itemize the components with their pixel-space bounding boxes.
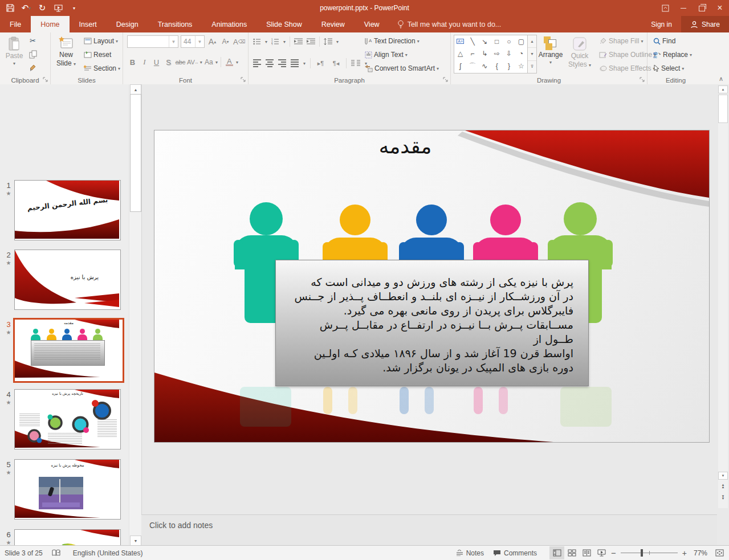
notes-toggle[interactable]: Notes <box>451 546 488 560</box>
copy-icon[interactable] <box>27 48 38 60</box>
drawing-dialog-launcher-icon[interactable] <box>640 77 645 83</box>
editor-scrollbar[interactable]: ▲ ▼ ▲▲ ▼▼ <box>718 85 728 508</box>
quick-styles-button[interactable]: Quick Styles ▾ <box>565 34 594 81</box>
slide-thumbnail-1[interactable]: بسم الله الرحمن الرحیم <box>14 180 121 240</box>
slide-show-button[interactable] <box>594 546 609 559</box>
justify-icon[interactable] <box>291 59 299 67</box>
slide-thumbnail-3-selected[interactable]: مقدمه <box>13 318 124 383</box>
line-spacing-icon[interactable] <box>324 38 332 45</box>
close-icon[interactable]: × <box>711 0 729 16</box>
columns-icon[interactable] <box>351 60 360 67</box>
slide-thumbnail-2[interactable]: پرش با نیزه <box>14 250 121 310</box>
tell-me-box[interactable]: Tell me what you want to do... <box>389 16 510 32</box>
reading-view-button[interactable] <box>579 546 594 559</box>
text-direction-button[interactable]: A Text Direction▾ <box>363 35 441 47</box>
font-size-combo[interactable]: 44▼ <box>181 35 205 48</box>
minimize-icon[interactable] <box>674 0 693 16</box>
notes-placeholder: Click to add notes <box>149 521 213 530</box>
normal-view-button[interactable] <box>549 546 564 559</box>
status-bar: Slide 3 of 25 English (United States) No… <box>0 545 729 560</box>
font-dialog-launcher-icon[interactable] <box>241 77 246 83</box>
collapse-ribbon-icon[interactable]: ∧ <box>719 75 723 83</box>
tab-view[interactable]: View <box>355 16 389 32</box>
spell-check-icon[interactable] <box>47 546 65 560</box>
reset-button[interactable]: Reset <box>82 48 123 61</box>
thumbnail-panel-scrollbar[interactable]: ▲ ▼ <box>129 84 141 546</box>
font-color-button[interactable]: A <box>224 56 235 68</box>
slide-body-textbox[interactable]: پرش با نیزه یکی از رشته های ورزش دو و می… <box>275 260 589 386</box>
start-slideshow-icon[interactable] <box>51 2 65 14</box>
right-to-left-icon[interactable]: ¶◂ <box>331 58 341 69</box>
layout-button[interactable]: Layout▾ <box>82 35 123 47</box>
decrease-indent-icon[interactable] <box>294 38 303 45</box>
slide-thumbnail-6[interactable]: محل فرود <box>14 529 121 546</box>
arrange-button[interactable]: Arrange ▾ <box>537 34 564 81</box>
italic-button[interactable]: I <box>139 56 150 68</box>
bold-button[interactable]: B <box>127 56 138 68</box>
slide-thumbnail-5[interactable]: محوطه پرش با نیزه <box>14 459 121 520</box>
shapes-gallery[interactable]: A≡ ╲ ↘ □ ○ ▢ △ ⌐ ↳ ⇨ ⇩ ◔ ʃ ⌒ ∿ { } ☆ <box>454 35 528 73</box>
title-bar: ↶▾ ↻ ▾ powerpoint.pptx - PowerPoint × <box>0 0 729 16</box>
character-spacing-button[interactable]: AV↔ <box>187 56 199 68</box>
tab-review[interactable]: Review <box>312 16 355 32</box>
tab-home[interactable]: Home <box>31 16 69 32</box>
align-left-icon[interactable] <box>253 59 261 67</box>
increase-indent-icon[interactable] <box>307 38 315 45</box>
underline-button[interactable]: U <box>151 56 162 68</box>
rounded-rectangle-shape-icon: ▢ <box>518 38 524 46</box>
section-button[interactable]: Section▾ <box>82 62 123 75</box>
zoom-level[interactable]: 77% <box>689 546 712 560</box>
bullets-icon[interactable] <box>253 38 261 45</box>
slide-canvas[interactable]: مقدمه <box>154 130 710 443</box>
font-name-combo[interactable]: ▼ <box>127 35 178 48</box>
increase-font-size-icon[interactable]: A▴ <box>207 36 218 47</box>
restore-icon[interactable] <box>693 0 711 16</box>
clipboard-dialog-launcher-icon[interactable] <box>43 77 48 83</box>
arrow-shape-icon: ↘ <box>482 38 487 46</box>
notes-pane[interactable]: Click to add notes <box>141 514 717 546</box>
slide-thumbnail-4[interactable]: تاریخچه پرش با نیزه <box>14 389 121 449</box>
cut-icon[interactable]: ✂ <box>27 35 38 46</box>
undo-icon[interactable]: ↶▾ <box>19 2 33 14</box>
new-slide-button[interactable]: New Slide ▾ <box>53 34 79 81</box>
change-case-button[interactable]: Aa <box>203 56 214 68</box>
numbering-icon[interactable]: 123 <box>271 38 279 45</box>
find-button[interactable]: Find <box>651 35 694 47</box>
shapes-gallery-scroll[interactable]: ▲▼⊽ <box>527 35 537 73</box>
tab-design[interactable]: Design <box>107 16 148 32</box>
decrease-font-size-icon[interactable]: A▾ <box>220 36 231 47</box>
convert-to-smartart-button[interactable]: Convert to SmartArt▾ <box>363 62 441 75</box>
ribbon-display-options-icon[interactable] <box>656 0 674 16</box>
tab-file[interactable]: File <box>0 16 31 32</box>
zoom-out-button[interactable]: − <box>609 546 618 560</box>
tab-transitions[interactable]: Transitions <box>148 16 202 32</box>
paste-button[interactable]: Paste ▾ <box>1 34 27 81</box>
save-icon[interactable] <box>3 2 17 14</box>
replace-button[interactable]: abac Replace▾ <box>651 48 694 61</box>
zoom-in-button[interactable]: + <box>680 546 689 560</box>
tab-slide-show[interactable]: Slide Show <box>256 16 312 32</box>
align-right-icon[interactable] <box>278 59 286 67</box>
select-button[interactable]: Select▾ <box>651 62 694 75</box>
comments-toggle[interactable]: Comments <box>488 546 541 560</box>
text-shadow-button[interactable]: S <box>163 56 174 68</box>
align-text-button[interactable]: Align Text▾ <box>363 48 441 61</box>
left-to-right-icon[interactable]: ▸¶ <box>315 58 326 69</box>
share-button[interactable]: Share <box>681 16 729 32</box>
align-center-icon[interactable] <box>266 59 274 67</box>
slide-sorter-view-button[interactable] <box>564 546 579 559</box>
tab-insert[interactable]: Insert <box>70 16 107 32</box>
fit-slide-to-window-button[interactable] <box>712 546 727 559</box>
redo-icon[interactable]: ↻ <box>35 2 49 14</box>
customize-qat-icon[interactable]: ▾ <box>67 2 81 14</box>
language-indicator[interactable]: English (United States) <box>68 546 148 560</box>
tab-animations[interactable]: Animations <box>202 16 256 32</box>
strikethrough-button[interactable]: abc <box>175 56 186 68</box>
format-painter-icon[interactable] <box>27 62 38 73</box>
slide-title[interactable]: مقدمه <box>297 135 514 158</box>
paragraph-dialog-launcher-icon[interactable] <box>443 77 449 83</box>
zoom-slider[interactable] <box>621 553 678 553</box>
sign-in-button[interactable]: Sign in <box>642 16 681 32</box>
clear-formatting-icon[interactable]: A⌫ <box>233 36 245 47</box>
slide-indicator[interactable]: Slide 3 of 25 <box>0 546 47 560</box>
